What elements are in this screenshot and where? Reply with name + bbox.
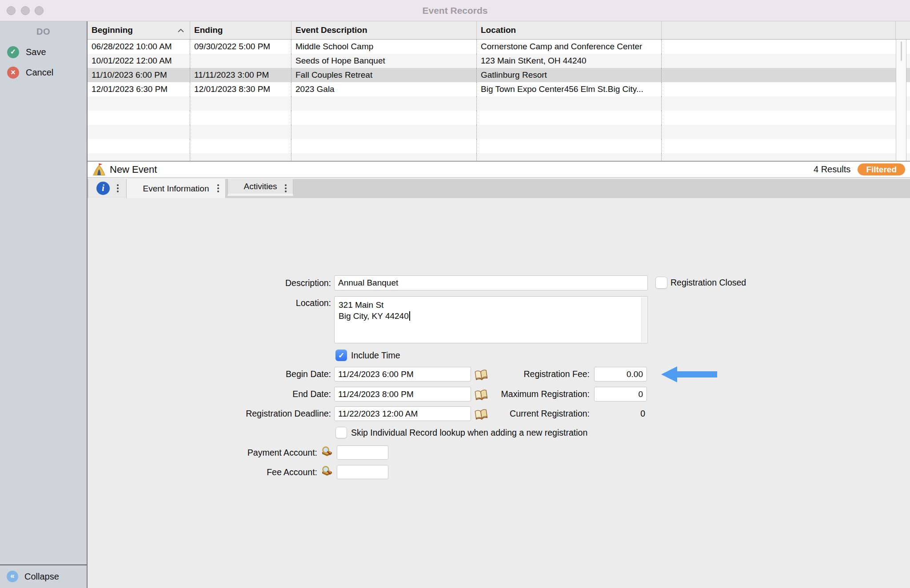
account-lookup-icon[interactable]: [320, 465, 334, 477]
cell-location: Gatlinburg Resort: [477, 68, 662, 82]
sidebar-section-header: DO: [0, 27, 87, 37]
textarea-scrollbar[interactable]: [641, 297, 647, 342]
save-label: Save: [26, 46, 46, 58]
cell-empty: [662, 82, 896, 96]
cell-beginning: 10/01/2022 12:00 AM: [88, 54, 190, 68]
sort-ascending-icon: [177, 28, 184, 33]
table-row-empty[interactable]: [88, 96, 910, 111]
cell-ending: 11/11/2023 3:00 PM: [190, 68, 291, 82]
chevrons-left-icon: «: [7, 571, 18, 582]
fee-account-input[interactable]: [337, 465, 388, 479]
tab-more-options-icon[interactable]: [285, 184, 287, 192]
window-title: Event Records: [0, 0, 910, 21]
column-header-empty: [662, 21, 896, 39]
cell-ending: 09/30/2022 5:00 PM: [190, 40, 291, 54]
results-count: 4 Results: [814, 164, 850, 175]
more-options-icon[interactable]: [117, 184, 119, 192]
skip-lookup-checkbox[interactable]: [335, 427, 347, 438]
description-input[interactable]: [334, 275, 648, 290]
cell-location: Cornerstone Camp and Conference Center: [477, 40, 662, 54]
tent-icon: [92, 162, 106, 177]
current-registration-value: 0: [601, 407, 645, 420]
record-bar: New Event 4 Results Filtered: [88, 161, 910, 178]
info-segment: i: [88, 179, 127, 198]
cancel-label: Cancel: [26, 67, 53, 79]
column-header-ending[interactable]: Ending: [190, 21, 291, 39]
column-header-location[interactable]: Location: [477, 21, 662, 39]
table-row-empty[interactable]: [88, 125, 910, 139]
cell-description: Fall Couples Retreat: [291, 68, 477, 82]
table-row[interactable]: 06/28/2022 10:00 AM 09/30/2022 5:00 PM M…: [88, 40, 910, 54]
cell-empty: [662, 40, 896, 54]
pointer-arrow-icon: [660, 366, 718, 383]
cell-beginning: 12/01/2023 6:30 PM: [88, 82, 190, 96]
cell-empty: [662, 68, 896, 82]
table-row-empty[interactable]: [88, 111, 910, 125]
registration-closed-checkbox[interactable]: [655, 277, 667, 289]
payment-account-label: Payment Account:: [131, 446, 317, 459]
tab-bar: i Event Information Activities: [88, 179, 910, 198]
skip-lookup-label: Skip Individual Record lookup when addin…: [351, 426, 587, 439]
description-label: Description:: [144, 277, 331, 289]
cancel-button[interactable]: × Cancel: [0, 67, 87, 79]
info-icon[interactable]: i: [96, 182, 110, 195]
event-table: 06/28/2022 10:00 AM 09/30/2022 5:00 PM M…: [88, 40, 910, 161]
text-cursor: [409, 311, 410, 321]
maximum-registration-label: Maximum Registration:: [403, 388, 590, 400]
record-title: New Event: [110, 164, 157, 175]
current-registration-label: Current Registration:: [403, 407, 590, 420]
tab-more-options-icon[interactable]: [217, 184, 219, 192]
include-time-checkbox[interactable]: ✓: [335, 350, 347, 361]
cell-ending: 12/01/2023 8:30 PM: [190, 82, 291, 96]
table-vertical-scrollbar[interactable]: [896, 40, 906, 161]
account-lookup-icon[interactable]: [320, 445, 334, 458]
table-row[interactable]: 12/01/2023 6:30 PM 12/01/2023 8:30 PM 20…: [88, 82, 910, 96]
save-button[interactable]: ✓ Save: [0, 46, 87, 58]
tab-event-information[interactable]: Event Information: [127, 179, 226, 198]
cell-location: Big Town Expo Center456 Elm St.Big City.…: [477, 82, 662, 96]
event-records-window: Event Records DO ✓ Save × Cancel « Colla…: [0, 0, 910, 588]
maximum-registration-input[interactable]: [594, 387, 647, 401]
cell-location: 123 Main StKent, OH 44240: [477, 54, 662, 68]
cancel-x-icon: ×: [7, 67, 19, 79]
cell-description: 2023 Gala: [291, 82, 477, 96]
table-row-empty[interactable]: [88, 139, 910, 153]
scrollbar-thumb[interactable]: [901, 41, 902, 61]
location-line1: 321 Main St: [339, 299, 410, 310]
location-label: Location:: [144, 297, 331, 309]
title-bar: Event Records: [0, 0, 910, 21]
registration-fee-input[interactable]: [594, 367, 647, 381]
tab-activities[interactable]: Activities: [228, 179, 293, 196]
column-header-beginning[interactable]: Beginning: [88, 21, 190, 39]
payment-account-input[interactable]: [337, 445, 388, 460]
fee-account-label: Fee Account:: [131, 466, 317, 478]
table-header: Beginning Ending Event Description Locat…: [88, 21, 910, 40]
collapse-button[interactable]: « Collapse: [0, 565, 87, 588]
cell-beginning: 06/28/2022 10:00 AM: [88, 40, 190, 54]
location-textarea[interactable]: 321 Main St Big City, KY 44240: [334, 296, 648, 343]
cell-ending: [190, 54, 291, 68]
cell-description: Middle School Camp: [291, 40, 477, 54]
cell-empty: [662, 54, 896, 68]
table-row-selected[interactable]: 11/10/2023 6:00 PM 11/11/2023 3:00 PM Fa…: [88, 68, 910, 82]
location-line2: Big City, KY 44240: [339, 311, 409, 321]
table-row-empty[interactable]: [88, 153, 910, 161]
end-date-label: End Date:: [144, 388, 331, 400]
include-time-label: Include Time: [351, 349, 400, 362]
check-icon: ✓: [338, 351, 344, 360]
begin-date-label: Begin Date:: [144, 368, 331, 380]
filtered-badge[interactable]: Filtered: [858, 163, 905, 175]
registration-fee-label: Registration Fee:: [403, 368, 590, 380]
cell-description: Seeds of Hope Banquet: [291, 54, 477, 68]
table-row[interactable]: 10/01/2022 12:00 AM Seeds of Hope Banque…: [88, 54, 910, 68]
sidebar: DO ✓ Save × Cancel « Collapse: [0, 21, 88, 588]
registration-closed-label: Registration Closed: [671, 276, 746, 289]
registration-deadline-label: Registration Deadline:: [144, 407, 331, 420]
cell-beginning: 11/10/2023 6:00 PM: [88, 68, 190, 82]
collapse-label: Collapse: [24, 571, 59, 582]
save-check-icon: ✓: [7, 46, 19, 58]
main-area: Beginning Ending Event Description Locat…: [88, 21, 910, 588]
column-header-event-description[interactable]: Event Description: [291, 21, 477, 39]
